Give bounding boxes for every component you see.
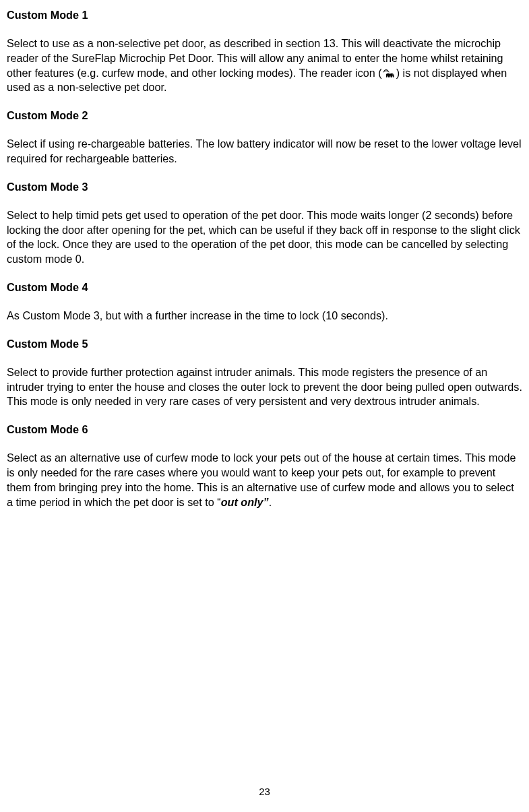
paragraph-mode-6: Select as an alternative use of curfew m… [7, 451, 522, 509]
paragraph-mode-5: Select to provide further protection aga… [7, 365, 522, 410]
heading-mode-6: Custom Mode 6 [7, 423, 522, 437]
heading-mode-4: Custom Mode 4 [7, 280, 522, 295]
page-number: 23 [0, 785, 529, 799]
heading-mode-5: Custom Mode 5 [7, 337, 522, 352]
paragraph-mode-4: As Custom Mode 3, but with a further inc… [7, 309, 522, 323]
paragraph-mode-2: Select if using re-chargeable batteries.… [7, 137, 522, 166]
text-mode-6-b: . [269, 496, 272, 508]
paragraph-mode-1: Select to use as a non-selective pet doo… [7, 36, 522, 95]
text-mode-6-bold: out only” [221, 496, 269, 508]
svg-point-0 [392, 73, 393, 74]
paragraph-mode-3: Select to help timid pets get used to op… [7, 208, 522, 267]
reader-icon [383, 69, 396, 79]
heading-mode-1: Custom Mode 1 [7, 8, 522, 23]
heading-mode-3: Custom Mode 3 [7, 180, 522, 195]
heading-mode-2: Custom Mode 2 [7, 108, 522, 123]
